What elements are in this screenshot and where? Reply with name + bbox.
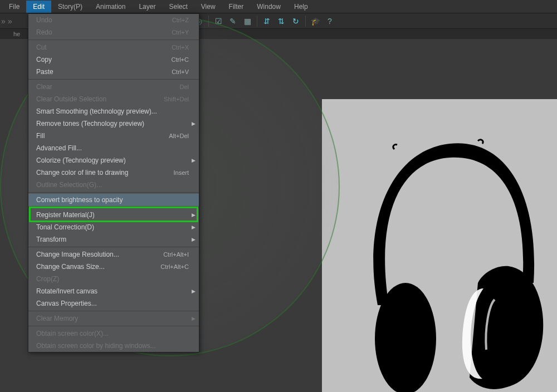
grad-cap-icon[interactable]: 🎓 — [309, 15, 321, 27]
flip-h-icon[interactable]: ⇵ — [261, 15, 273, 27]
menu-separator — [28, 207, 199, 208]
menubar-item-animation[interactable]: Animation — [89, 1, 132, 13]
rotate-icon[interactable]: ↻ — [290, 15, 302, 27]
menu-separator — [28, 247, 199, 247]
menu-item-label: Cut — [36, 43, 47, 51]
menu-item-label: Copy — [36, 56, 52, 63]
menu-item-label: Obtain screen color(X)... — [36, 330, 109, 337]
separator — [257, 16, 257, 27]
menubar-item-view[interactable]: View — [194, 1, 222, 13]
menubar-item-layer[interactable]: Layer — [132, 1, 162, 13]
menu-item-fill[interactable]: FillAlt+Del — [28, 130, 199, 142]
chevron-right-icon: ▶ — [192, 288, 196, 294]
chevron-right-icon: ▶ — [192, 316, 196, 321]
help-icon[interactable]: ? — [324, 15, 336, 27]
menu-item-redo: RedoCtrl+Y — [28, 26, 199, 38]
menu-item-crop-z-: Crop(Z) — [28, 273, 199, 285]
menu-item-label: Advanced Fill... — [36, 144, 82, 152]
menu-item-label: Outline Selection(G)... — [36, 181, 102, 189]
menu-item-rotate-invert-canvas[interactable]: Rotate/Invert canvas▶ — [28, 285, 199, 297]
menu-shortcut: Ctrl+X — [172, 44, 189, 51]
menu-item-paste[interactable]: PasteCtrl+V — [28, 66, 199, 78]
menu-item-label: Paste — [36, 68, 53, 76]
chevron-right-icon: ▶ — [192, 212, 196, 218]
menu-item-label: Fill — [36, 132, 45, 140]
menu-item-label: Remove tones (Technology preview) — [36, 120, 144, 128]
menubar-item-window[interactable]: Window — [250, 1, 287, 13]
menu-separator — [28, 326, 199, 326]
menubar-item-edit[interactable]: Edit — [26, 1, 51, 13]
menu-item-obtain-screen-color-x-: Obtain screen color(X)... — [28, 327, 199, 340]
menu-item-label: Redo — [36, 28, 52, 36]
chevron-right-icon: ▶ — [192, 158, 196, 163]
menu-item-change-canvas-size-[interactable]: Change Canvas Size...Ctrl+Alt+C — [28, 261, 199, 273]
headphones-artwork — [339, 116, 550, 392]
menu-shortcut: Shift+Del — [164, 96, 189, 102]
menu-item-label: Change Canvas Size... — [36, 263, 105, 271]
menu-item-label: Change color of line to drawing — [36, 169, 128, 177]
menu-shortcut: Ctrl+V — [172, 68, 189, 75]
menu-shortcut: Del — [179, 84, 189, 90]
menu-item-register-material-j-[interactable]: Register Material(J)▶ — [28, 209, 199, 221]
menu-shortcut: Ctrl+Alt+I — [163, 251, 189, 258]
menu-item-transform[interactable]: Transform▶ — [28, 233, 199, 246]
menu-item-label: Transform — [36, 236, 66, 243]
menu-item-clear-memory: Clear Memory▶ — [28, 312, 199, 325]
nav-fwd-icon[interactable]: » — [7, 16, 13, 27]
menu-shortcut: Ctrl+C — [172, 56, 189, 63]
menu-shortcut: Ctrl+Z — [172, 17, 189, 23]
menu-item-tonal-correction-d-[interactable]: Tonal Correction(D)▶ — [28, 221, 199, 233]
menu-item-label: Convert brightness to opacity — [36, 196, 123, 204]
menu-item-undo: UndoCtrl+Z — [28, 14, 199, 26]
menu-item-clear-outside-selection: Clear Outside SelectionShift+Del — [28, 93, 199, 105]
menu-item-label: Undo — [36, 16, 52, 24]
menu-item-label: Clear — [36, 83, 52, 91]
menu-item-canvas-properties-[interactable]: Canvas Properties... — [28, 297, 199, 310]
menu-separator — [28, 192, 199, 193]
menu-item-label: Colorize (Technology preview) — [36, 156, 126, 164]
chevron-right-icon: ▶ — [192, 224, 196, 230]
menubar-item-select[interactable]: Select — [162, 1, 194, 13]
menu-shortcut: Ctrl+Y — [172, 29, 189, 36]
pen-icon[interactable]: ✎ — [227, 15, 239, 27]
menu-item-clear: ClearDel — [28, 81, 199, 93]
check-icon[interactable]: ☑ — [212, 15, 224, 27]
menu-item-label: Rotate/Invert canvas — [36, 287, 97, 295]
menu-separator — [28, 311, 199, 311]
menu-shortcut: Ctrl+Alt+C — [160, 263, 189, 270]
menu-item-remove-tones-technology-previe[interactable]: Remove tones (Technology preview)▶ — [28, 117, 199, 130]
header-text: he — [13, 31, 20, 37]
menu-item-label: Clear Outside Selection — [36, 95, 106, 103]
menu-item-label: Obtain screen color by hiding windows... — [36, 342, 156, 350]
menu-separator — [28, 79, 199, 80]
menu-item-advanced-fill-[interactable]: Advanced Fill... — [28, 142, 199, 154]
menu-shortcut: Alt+Del — [169, 133, 189, 139]
menu-item-change-image-resolution-[interactable]: Change Image Resolution...Ctrl+Alt+I — [28, 248, 199, 261]
chevron-right-icon: ▶ — [192, 121, 196, 126]
nav-back-icon[interactable]: » — [0, 16, 7, 27]
separator — [208, 16, 209, 27]
menu-item-label: Change Image Resolution... — [36, 251, 119, 258]
menu-item-outline-selection-g-: Outline Selection(G)... — [28, 179, 199, 191]
menubar-item-file[interactable]: File — [2, 1, 26, 13]
separator — [305, 16, 306, 27]
grid-icon[interactable]: ▦ — [241, 15, 253, 27]
flip-v-icon[interactable]: ⇅ — [275, 15, 287, 27]
edit-menu-dropdown: UndoCtrl+ZRedoCtrl+YCutCtrl+XCopyCtrl+CP… — [28, 13, 199, 352]
menu-item-change-color-of-line-to-drawin[interactable]: Change color of line to drawingInsert — [28, 166, 199, 179]
menu-item-copy[interactable]: CopyCtrl+C — [28, 53, 199, 66]
menu-item-label: Crop(Z) — [36, 275, 59, 283]
menu-item-smart-smoothing-technology-pre[interactable]: Smart Smoothing (technology preview)... — [28, 105, 199, 117]
menubar: FileEditStory(P)AnimationLayerSelectView… — [0, 0, 557, 13]
menubar-item-help[interactable]: Help — [287, 1, 315, 13]
menubar-item-storyp[interactable]: Story(P) — [51, 1, 89, 13]
menu-item-colorize-technology-preview-[interactable]: Colorize (Technology preview)▶ — [28, 154, 199, 166]
menu-item-convert-brightness-to-opacity[interactable]: Convert brightness to opacity — [28, 194, 199, 206]
menu-item-cut: CutCtrl+X — [28, 41, 199, 53]
menu-shortcut: Insert — [173, 169, 189, 176]
menu-item-label: Tonal Correction(D) — [36, 223, 94, 231]
canvas[interactable] — [322, 99, 557, 392]
menu-separator — [28, 40, 199, 40]
svg-point-0 — [375, 283, 436, 392]
menubar-item-filter[interactable]: Filter — [222, 1, 251, 13]
